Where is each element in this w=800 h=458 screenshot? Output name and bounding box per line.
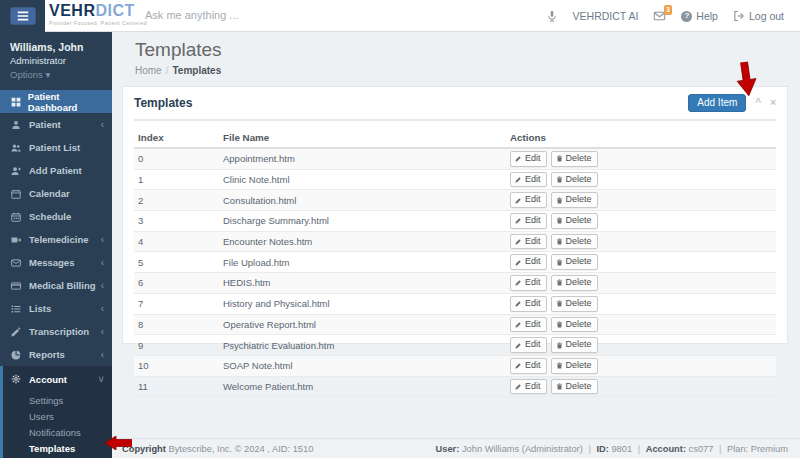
sidebar-item-label: Patient Dashboard xyxy=(28,91,104,113)
logout-link[interactable]: Log out xyxy=(733,10,784,22)
row-index: 2 xyxy=(134,190,219,211)
chevron-collapsed-icon: ‹ xyxy=(101,280,104,291)
row-actions: EditDelete xyxy=(506,273,776,294)
sidebar-item-schedule[interactable]: Schedule xyxy=(0,205,112,228)
search-input[interactable] xyxy=(143,8,363,22)
hamburger-icon xyxy=(17,11,29,21)
breadcrumb-current: Templates xyxy=(172,65,221,76)
row-actions: EditDelete xyxy=(506,335,776,356)
sidebar-item-medical-billing[interactable]: Medical Billing ‹ xyxy=(0,274,112,297)
sidebar-account-section: Account ˅ Settings Users Notifications T… xyxy=(0,366,112,458)
delete-button[interactable]: Delete xyxy=(551,172,598,188)
row-filename: HEDIS.htm xyxy=(219,273,506,294)
edit-button[interactable]: Edit xyxy=(510,234,547,250)
calendar-icon xyxy=(11,189,24,199)
edit-button[interactable]: Edit xyxy=(510,317,547,333)
delete-button[interactable]: Delete xyxy=(551,317,598,333)
sidebar-item-messages[interactable]: Messages ‹ xyxy=(0,251,112,274)
pencil-icon xyxy=(515,176,522,183)
edit-button[interactable]: Edit xyxy=(510,151,547,167)
sidebar-subitem-settings[interactable]: Settings xyxy=(3,392,112,408)
logout-icon xyxy=(733,10,745,22)
sidebar-item-label: Account xyxy=(29,374,67,385)
chevron-collapsed-icon: ‹ xyxy=(101,326,104,337)
edit-button[interactable]: Edit xyxy=(510,358,547,374)
edit-button[interactable]: Edit xyxy=(510,337,547,353)
row-filename: File Upload.htm xyxy=(219,252,506,273)
messages-badge: 3 xyxy=(664,5,673,15)
help-link[interactable]: ? Help xyxy=(681,10,718,22)
templates-panel: Templates Add Item ^ × Index File Name A… xyxy=(122,86,788,344)
delete-button[interactable]: Delete xyxy=(551,151,598,167)
sidebar-item-lists[interactable]: Lists ‹ xyxy=(0,297,112,320)
delete-button[interactable]: Delete xyxy=(551,234,598,250)
delete-button[interactable]: Delete xyxy=(551,358,598,374)
trash-icon xyxy=(556,155,563,162)
row-filename: Consultation.html xyxy=(219,190,506,211)
row-index: 10 xyxy=(134,355,219,376)
user-plus-icon xyxy=(11,166,24,176)
trash-icon xyxy=(556,383,563,390)
delete-button[interactable]: Delete xyxy=(551,337,598,353)
sidebar-item-calendar[interactable]: Calendar xyxy=(0,182,112,205)
sidebar-item-telemedicine[interactable]: Telemedicine ‹ xyxy=(0,228,112,251)
breadcrumb: Home/Templates xyxy=(135,65,800,76)
edit-button[interactable]: Edit xyxy=(510,172,547,188)
sidebar-item-add-patient[interactable]: Add Patient xyxy=(0,159,112,182)
global-search xyxy=(143,5,363,23)
row-actions: EditDelete xyxy=(506,169,776,190)
sidebar-item-label: Patient List xyxy=(29,142,80,153)
row-index: 11 xyxy=(134,376,219,397)
delete-button[interactable]: Delete xyxy=(551,379,598,395)
delete-button[interactable]: Delete xyxy=(551,192,598,208)
chevron-collapsed-icon: ‹ xyxy=(101,257,104,268)
sidebar-subitem-templates[interactable]: Templates xyxy=(3,440,112,456)
chevron-expanded-icon: ˅ xyxy=(98,374,104,385)
delete-button[interactable]: Delete xyxy=(551,296,598,312)
navbar-actions: VEHRDICT AI 3 ? Help Log out xyxy=(546,0,784,32)
edit-button[interactable]: Edit xyxy=(510,275,547,291)
sidebar-item-patient-dashboard[interactable]: Patient Dashboard xyxy=(0,90,112,113)
sidebar-item-patient-list[interactable]: Patient List xyxy=(0,136,112,159)
delete-button[interactable]: Delete xyxy=(551,213,598,229)
sidebar-subitem-users[interactable]: Users xyxy=(3,408,112,424)
delete-button[interactable]: Delete xyxy=(551,254,598,270)
row-actions: EditDelete xyxy=(506,293,776,314)
sidebar-item-patient[interactable]: Patient ‹ xyxy=(0,113,112,136)
sidebar-item-label: Transcription xyxy=(29,326,89,337)
edit-button[interactable]: Edit xyxy=(510,296,547,312)
vehrdict-ai-link[interactable]: VEHRDICT AI xyxy=(573,10,639,22)
sidebar-item-reports[interactable]: Reports ‹ xyxy=(0,343,112,366)
panel-collapse-icon[interactable]: ^ xyxy=(755,98,761,108)
row-index: 6 xyxy=(134,273,219,294)
messages-button[interactable]: 3 xyxy=(653,10,666,22)
mic-button[interactable] xyxy=(546,10,558,23)
sidebar-subitem-notifications[interactable]: Notifications xyxy=(3,424,112,440)
sidebar-item-account[interactable]: Account ˅ xyxy=(3,366,112,392)
footer-session-info: User: John Williams (Administrator) | ID… xyxy=(436,444,788,454)
breadcrumb-home-link[interactable]: Home xyxy=(135,65,162,76)
edit-button[interactable]: Edit xyxy=(510,192,547,208)
edit-button[interactable]: Edit xyxy=(510,213,547,229)
table-body: 0 Appointment.htm EditDelete 1 Clinic No… xyxy=(134,148,776,397)
panel-title: Templates xyxy=(134,96,192,110)
pencil-icon xyxy=(515,279,522,286)
top-navbar: VEHRDICT Provider Focused, Patient Cente… xyxy=(0,0,800,32)
trash-icon xyxy=(556,197,563,204)
sidebar-item-transcription[interactable]: Transcription ‹ xyxy=(0,320,112,343)
page-title: Templates xyxy=(135,39,800,61)
user-options-link[interactable]: Options ▾ xyxy=(10,69,102,80)
list-icon xyxy=(11,304,24,314)
edit-button[interactable]: Edit xyxy=(510,379,547,395)
chevron-collapsed-icon: ‹ xyxy=(101,303,104,314)
panel-close-icon[interactable]: × xyxy=(770,98,776,108)
edit-button[interactable]: Edit xyxy=(510,254,547,270)
table-row: 5 File Upload.htm EditDelete xyxy=(134,252,776,273)
sidebar-toggle-button[interactable] xyxy=(10,7,36,25)
sidebar-item-label: Add Patient xyxy=(29,165,82,176)
table-row: 10 SOAP Note.html EditDelete xyxy=(134,355,776,376)
chevron-collapsed-icon: ‹ xyxy=(101,234,104,245)
pencil-icon xyxy=(515,238,522,245)
delete-button[interactable]: Delete xyxy=(551,275,598,291)
row-actions: EditDelete xyxy=(506,211,776,232)
